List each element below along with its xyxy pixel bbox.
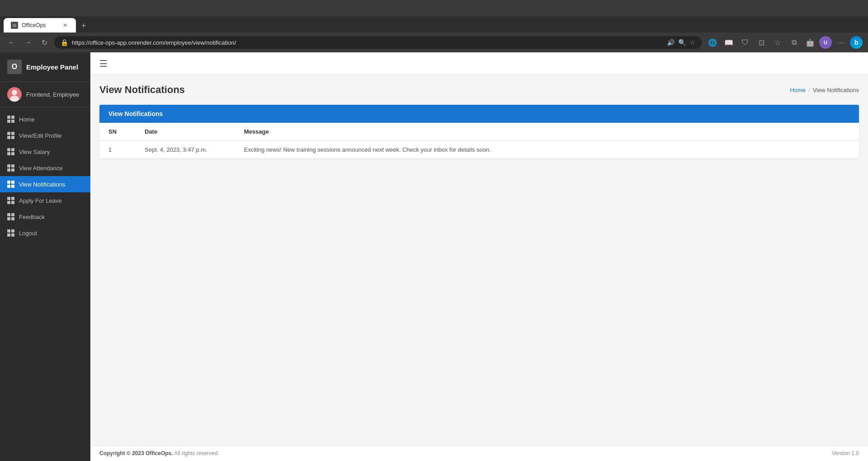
svg-text:O: O [13,23,16,28]
browser-addressbar: ← → ↻ 🔒 https://office-ops-app.onrender.… [0,33,868,52]
grid-icon [7,164,14,172]
sidebar-item-feedback[interactable]: Feedback [0,209,90,225]
table-row: 1Sept. 4, 2023, 3:47 p.m.Exciting news! … [99,141,859,159]
lock-icon: 🔒 [61,39,68,46]
sidebar-item-view-notifications[interactable]: View Notifications [0,176,90,192]
sidebar-item-logout[interactable]: Logout [0,225,90,241]
breadcrumb: Home / View Notifications [790,87,859,93]
browser-toolbar-icons: 🌐 📖 🛡 ⊡ ☆ ⧉ 🤖 U ⋯ b [705,35,863,50]
grid-icon [7,197,14,204]
new-tab-button[interactable]: + [78,19,90,33]
sidebar-item-label: Logout [19,230,37,237]
split-screen-icon[interactable]: ⊡ [754,35,769,50]
cell-date: Sept. 4, 2023, 3:47 p.m. [136,141,235,159]
sidebar-item-label: View Notifications [19,181,65,188]
browser-essentials-icon[interactable]: 🛡 [738,35,752,50]
read-aloud-icon[interactable]: 🔊 [667,39,675,46]
grid-icon [7,229,14,237]
svg-point-3 [12,90,17,95]
topbar: ☰ [90,52,868,75]
cell-message: Exciting news! New training sessions ann… [235,141,859,159]
immersive-reader-icon[interactable]: 📖 [722,35,736,50]
col-header-date: Date [136,123,235,141]
url-text: https://office-ops-app.onrender.com/empl… [72,39,663,46]
table-head: SN Date Message [99,123,859,141]
grid-icon [7,181,14,188]
sidebar-item-view-attendance[interactable]: View Attendance [0,160,90,176]
favorites-icon[interactable]: ☆ [770,35,785,50]
browser-chrome: O OfficeOps ✕ + ← → ↻ 🔒 https://office-o… [0,0,868,52]
tab-title: OfficeOps [22,22,58,28]
sidebar-logo: O [7,60,22,74]
sidebar-item-view-edit-profile[interactable]: View/Edit Profile [0,127,90,144]
sidebar-item-home[interactable]: Home [0,111,90,127]
grid-icon [7,213,14,220]
footer-version: Version 1.0 [832,450,859,456]
sidebar-item-label: Apply For Leave [19,197,62,204]
sidebar-item-label: View Salary [19,149,50,155]
breadcrumb-current: View Notifications [813,87,859,93]
address-box[interactable]: 🔒 https://office-ops-app.onrender.com/em… [54,36,702,49]
breadcrumb-home-link[interactable]: Home [790,87,806,93]
forward-button[interactable]: → [22,36,34,49]
sidebar-nav: HomeView/Edit ProfileView SalaryView Att… [0,107,90,461]
cell-sn: 1 [99,141,136,159]
sidebar: O Employee Panel Frontend, Employee Home… [0,52,90,461]
col-header-message: Message [235,123,859,141]
more-options-icon[interactable]: ⋯ [834,35,848,50]
extensions-icon[interactable]: 🌐 [705,35,720,50]
sidebar-title: Employee Panel [26,63,78,71]
grid-icon [7,148,14,155]
sidebar-user: Frontend, Employee [0,82,90,107]
sidebar-user-name: Frontend, Employee [26,91,79,98]
table-header-row: SN Date Message [99,123,859,141]
search-icon[interactable]: 🔍 [678,39,686,46]
browser-tab-active[interactable]: O OfficeOps ✕ [4,18,76,33]
address-icons: 🔊 🔍 ☆ [667,39,695,46]
sidebar-item-view-salary[interactable]: View Salary [0,144,90,160]
sidebar-item-label: Feedback [19,214,45,220]
sidebar-item-label: Home [19,116,35,123]
grid-icon [7,116,14,123]
browser-titlebar [0,0,868,16]
footer-brand: Copyright © 2023 OfficeOps. [99,450,173,456]
notifications-table: SN Date Message 1Sept. 4, 2023, 3:47 p.m… [99,123,859,158]
breadcrumb-separator: / [808,87,810,93]
notifications-card: View Notifications SN Date Message 1Sept… [99,105,859,158]
page-title: View Notifications [99,84,185,96]
collections-icon[interactable]: ⧉ [787,35,801,50]
reload-button[interactable]: ↻ [38,36,51,49]
table-body: 1Sept. 4, 2023, 3:47 p.m.Exciting news! … [99,141,859,159]
tab-favicon: O [11,22,18,29]
app-container: O Employee Panel Frontend, Employee Home… [0,52,868,461]
card-header: View Notifications [99,105,859,123]
footer-rights: All rights reserved. [174,450,219,456]
tab-close-button[interactable]: ✕ [61,22,69,29]
edge-logo[interactable]: b [850,36,863,49]
sidebar-item-label: View Attendance [19,165,63,172]
footer: Copyright © 2023 OfficeOps. All rights r… [90,445,868,461]
main-content: ☰ View Notifications Home / View Notific… [90,52,868,461]
hamburger-menu-icon[interactable]: ☰ [99,58,108,69]
content-area: View Notifications Home / View Notificat… [90,75,868,445]
col-header-sn: SN [99,123,136,141]
browser-tabs: O OfficeOps ✕ + [0,16,868,33]
sidebar-header: O Employee Panel [0,52,90,82]
page-header: View Notifications Home / View Notificat… [99,84,859,96]
user-avatar [7,87,22,102]
grid-icon [7,132,14,139]
copilot-icon[interactable]: 🤖 [803,35,817,50]
profile-avatar[interactable]: U [819,36,832,49]
star-icon[interactable]: ☆ [690,39,695,46]
card-header-title: View Notifications [108,110,163,117]
back-button[interactable]: ← [5,36,18,49]
sidebar-item-label: View/Edit Profile [19,132,61,139]
sidebar-item-apply-for-leave[interactable]: Apply For Leave [0,192,90,209]
footer-copyright: Copyright © 2023 OfficeOps. All rights r… [99,450,219,456]
